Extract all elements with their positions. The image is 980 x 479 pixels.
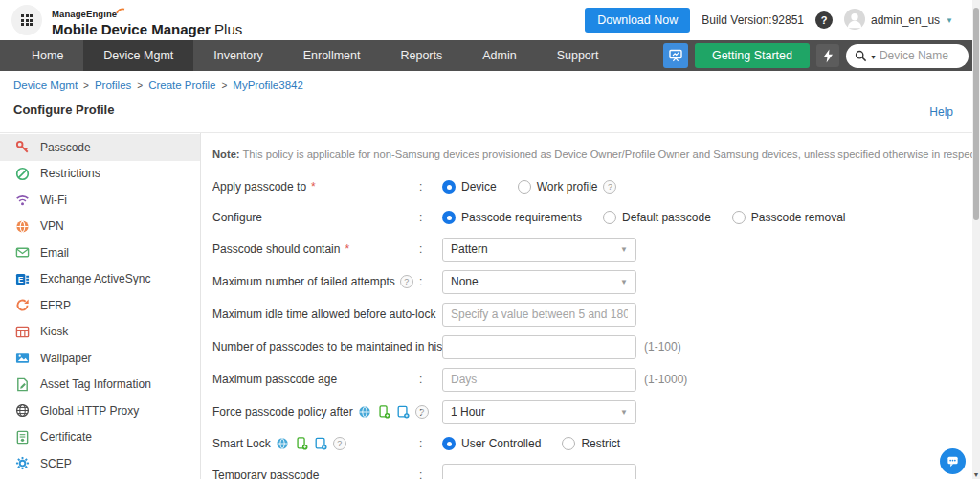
sidebar-item-label: Certificate	[40, 430, 92, 444]
radio-option-label: Work profile	[537, 180, 598, 194]
breadcrumb-profiles[interactable]: Profiles	[95, 80, 131, 91]
sidebar-item-label: SCEP	[40, 457, 72, 470]
form-row-temporary-passcode: Temporary passcode:	[212, 459, 980, 479]
radio-option-user-controlled[interactable]: User Controlled	[442, 437, 541, 450]
sidebar-item-passcode[interactable]: Passcode	[0, 134, 200, 161]
radio-selected-icon[interactable]	[442, 211, 456, 224]
form-row-number-of-passcodes-to-be-maintained-in-history: Number of passcodes to be maintained in …	[212, 331, 980, 363]
tab-support[interactable]: Support	[537, 40, 619, 71]
field-label: Maximum idle time allowed before auto-lo…	[212, 308, 419, 321]
dropdown-passcode-should-contain[interactable]: Pattern▼	[442, 238, 636, 262]
radio-option-default-passcode[interactable]: Default passcode	[603, 211, 711, 224]
policy-note: Note: This policy is applicable for non-…	[212, 148, 980, 160]
sidebar-item-asset-tag-information[interactable]: Asset Tag Information	[0, 372, 200, 399]
form-row-configure: Configure:Passcode requirementsDefault p…	[212, 202, 980, 233]
sidebar-item-label: Asset Tag Information	[40, 377, 151, 391]
help-icon[interactable]: ?	[815, 11, 833, 29]
radio-selected-icon[interactable]	[442, 180, 456, 194]
breadcrumb: Device Mgmt> Profiles> Create Profile> M…	[13, 80, 303, 91]
label-colon: :	[419, 308, 442, 321]
quick-actions-button[interactable]	[816, 44, 839, 67]
sidebar-item-global-http-proxy[interactable]: Global HTTP Proxy	[0, 398, 200, 424]
page-title: Configure Profile	[13, 103, 114, 117]
scrollbar-down-arrow-icon[interactable]: ▼	[972, 471, 980, 478]
sidebar-item-wallpaper[interactable]: Wallpaper	[0, 345, 200, 372]
download-now-button[interactable]: Download Now	[585, 8, 690, 33]
live-chat-button[interactable]	[940, 448, 966, 474]
sidebar-item-kiosk[interactable]: Kiosk	[0, 319, 200, 346]
radio-option-label: Passcode requirements	[461, 211, 582, 224]
radio-option-work-profile[interactable]: Work profile?	[518, 180, 617, 194]
presentation-icon	[668, 48, 683, 63]
radio-option-label: Device	[461, 180, 497, 194]
scrollbar-thumb[interactable]	[973, 8, 979, 220]
sidebar-item-label: EFRP	[40, 299, 71, 312]
input-maximum-passcode-age[interactable]	[442, 368, 636, 392]
breadcrumb-device-mgmt[interactable]: Device Mgmt	[13, 80, 78, 91]
device-search-box[interactable]: ▼	[846, 44, 969, 68]
manageengine-swoosh-icon	[116, 7, 125, 16]
input-number-of-passcodes-to-be-maintained-in-history[interactable]	[442, 335, 636, 359]
tab-inventory[interactable]: Inventory	[193, 40, 282, 71]
radio-option-device[interactable]: Device	[442, 180, 497, 194]
remote-presentation-button[interactable]	[663, 43, 688, 68]
tab-enrollment[interactable]: Enrollment	[283, 40, 381, 71]
field-control: (1-1000)	[442, 368, 687, 392]
sidebar-item-label: Kiosk	[40, 325, 68, 338]
label-colon: :	[419, 180, 442, 194]
help-link[interactable]: Help	[929, 105, 953, 119]
build-version-label: Build Version:92851	[702, 13, 804, 27]
lightning-icon	[822, 49, 835, 63]
radio-selected-icon[interactable]	[442, 437, 456, 450]
sidebar-item-wi-fi[interactable]: Wi-Fi	[0, 187, 200, 214]
help-icon[interactable]: ?	[333, 437, 346, 450]
chevron-down-icon: ▼	[620, 408, 628, 417]
radio-option-restrict[interactable]: Restrict	[562, 437, 620, 450]
tab-admin[interactable]: Admin	[462, 40, 536, 71]
username-label: admin_en_us	[871, 13, 940, 27]
sidebar-item-certificate[interactable]: Certificate	[0, 424, 200, 451]
radio-unselected-icon[interactable]	[562, 437, 575, 450]
field-control	[442, 303, 636, 327]
efrp-refresh-icon	[14, 298, 30, 313]
sidebar-item-label: Global HTTP Proxy	[40, 404, 139, 418]
sidebar-item-label: Wallpaper	[40, 352, 92, 365]
sidebar-item-exchange-activesync[interactable]: EExchange ActiveSync	[0, 266, 200, 293]
search-input[interactable]	[880, 49, 960, 62]
tab-reports[interactable]: Reports	[380, 40, 462, 71]
radio-option-label: User Controlled	[461, 437, 541, 450]
help-icon[interactable]: ?	[400, 275, 413, 288]
radio-unselected-icon[interactable]	[603, 211, 616, 224]
help-icon[interactable]: ?	[603, 180, 616, 194]
form-row-maximum-idle-time-allowed-before-auto-lock: Maximum idle time allowed before auto-lo…	[212, 298, 980, 331]
product-name: Mobile Device Manager Plus	[52, 22, 242, 36]
input-maximum-idle-time-allowed-before-auto-lock[interactable]	[442, 303, 636, 327]
breadcrumb-profile-name[interactable]: MyProfile3842	[233, 80, 303, 91]
user-menu[interactable]: admin_en_us ▼	[844, 9, 953, 33]
sidebar-item-restrictions[interactable]: Restrictions	[0, 161, 200, 188]
radio-option-passcode-requirements[interactable]: Passcode requirements	[442, 211, 582, 224]
input-temporary-passcode[interactable]	[442, 464, 636, 479]
dropdown-maximum-number-of-failed-attempts[interactable]: None▼	[442, 270, 636, 294]
search-icon	[855, 50, 867, 62]
dropdown-force-passcode-policy-after[interactable]: 1 Hour▼	[442, 400, 636, 424]
breadcrumb-create-profile[interactable]: Create Profile	[148, 80, 215, 91]
sidebar-item-scep[interactable]: SCEP	[0, 450, 200, 477]
email-icon	[14, 245, 30, 261]
scrollbar-track[interactable]: ▼	[972, 0, 980, 479]
radio-unselected-icon[interactable]	[518, 180, 531, 194]
form-row-apply-passcode-to: Apply passcode to*:DeviceWork profile?	[212, 171, 980, 202]
radio-option-passcode-removal[interactable]: Passcode removal	[732, 211, 846, 224]
tab-device-mgmt[interactable]: Device Mgmt	[83, 40, 193, 71]
sidebar-item-vpn[interactable]: VPN	[0, 214, 200, 240]
profile-sections-sidebar: PasscodeRestrictionsWi-FiVPNEmailEExchan…	[0, 133, 201, 479]
tab-home[interactable]: Home	[11, 40, 83, 71]
sidebar-item-efrp[interactable]: EFRP	[0, 292, 200, 319]
label-colon: :	[419, 405, 442, 419]
wallpaper-image-icon	[14, 351, 30, 366]
app-launcher-button[interactable]	[11, 5, 42, 35]
radio-unselected-icon[interactable]	[732, 211, 746, 224]
required-asterisk: *	[311, 180, 316, 194]
getting-started-button[interactable]: Getting Started	[695, 43, 810, 68]
sidebar-item-email[interactable]: Email	[0, 240, 200, 266]
